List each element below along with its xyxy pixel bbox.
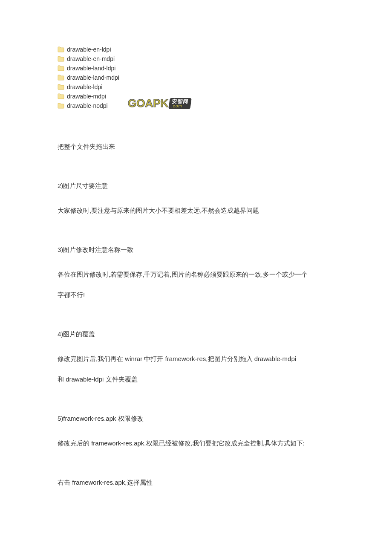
folder-icon <box>58 75 64 81</box>
folder-list: drawable-en-ldpi drawable-en-mdpi drawab… <box>58 45 334 110</box>
body-text: 修改完图片后,我们再在 winrar 中打开 framework-res,把图片… <box>58 353 334 365</box>
folder-icon <box>58 46 64 52</box>
folder-item: drawable-en-mdpi <box>58 54 334 64</box>
folder-icon <box>58 93 64 99</box>
watermark-text-bottom: .com <box>171 104 188 108</box>
folder-label: drawable-mdpi <box>67 93 106 100</box>
folder-label: drawable-en-mdpi <box>67 55 115 62</box>
body-text: 各位在图片修改时,若需要保存,千万记着,图片的名称必须要跟原来的一致,多一个或少… <box>58 268 334 281</box>
body-text: 把整个文件夹拖出来 <box>58 140 334 153</box>
watermark-logo: GOAPK 安智网 .com <box>128 97 191 110</box>
folder-label: drawable-nodpi <box>67 102 108 109</box>
document-page: drawable-en-ldpi drawable-en-mdpi drawab… <box>0 0 392 515</box>
folder-item: drawable-land-mdpi <box>58 73 334 82</box>
watermark-badge: 安智网 .com <box>169 98 192 109</box>
section-heading: 5)framework-res.apk 权限修改 <box>58 412 334 425</box>
watermark-text-left: GOAPK <box>128 97 169 110</box>
body-text: 字都不行! <box>58 289 334 301</box>
section-heading: 2)图片尺寸要注意 <box>58 179 334 192</box>
body-text: 右击 framework-res.apk,选择属性 <box>58 476 334 489</box>
body-text: 修改完后的 framework-res.apk,权限已经被修改,我们要把它改成完… <box>58 437 334 450</box>
watermark-text-top: 安智网 <box>172 99 189 104</box>
folder-item: drawable-en-ldpi <box>58 45 334 54</box>
folder-label: drawable-ldpi <box>67 84 102 90</box>
folder-item: drawable-nodpi <box>58 101 334 110</box>
folder-label: drawable-en-ldpi <box>67 46 111 53</box>
section-heading: 3)图片修改时注意名称一致 <box>58 243 334 256</box>
section-heading: 4)图片的覆盖 <box>58 328 334 341</box>
folder-icon <box>58 65 64 71</box>
folder-label: drawable-land-ldpi <box>67 65 115 72</box>
folder-icon <box>58 103 64 109</box>
folder-label: drawable-land-mdpi <box>67 74 119 81</box>
folder-icon <box>58 56 64 62</box>
folder-item: drawable-mdpi <box>58 92 334 101</box>
body-text: 大家修改时,要注意与原来的图片大小不要相差太远,不然会造成越界问题 <box>58 204 334 217</box>
folder-icon <box>58 84 64 90</box>
folder-item: drawable-ldpi <box>58 82 334 92</box>
folder-item: drawable-land-ldpi <box>58 64 334 73</box>
body-text: 和 drawable-ldpi 文件夹覆盖 <box>58 373 334 386</box>
